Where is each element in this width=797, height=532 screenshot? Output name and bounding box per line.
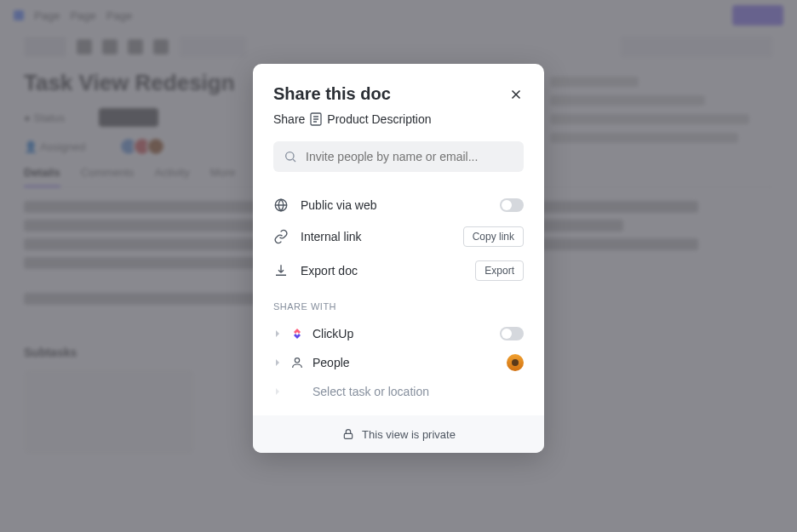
breadcrumb-label: Share [273,112,305,126]
export-label: Export doc [301,264,463,277]
share-with-section-label: SHARE WITH [273,301,524,312]
breadcrumb-doc-name: Product Description [327,112,431,126]
select-task-row[interactable]: Select task or location [273,378,524,405]
public-toggle[interactable] [500,198,524,212]
invite-input[interactable] [306,150,513,163]
globe-icon [273,197,289,213]
document-icon [310,112,322,126]
close-icon[interactable] [508,87,524,102]
public-web-label: Public via web [301,198,488,212]
share-clickup-row[interactable]: ClickUp [273,320,524,347]
public-web-row: Public via web [273,191,524,220]
breadcrumb: Share Product Description [273,112,524,126]
person-icon [290,356,304,369]
avatar[interactable] [507,354,524,371]
copy-link-button[interactable]: Copy link [463,226,524,247]
clickup-toggle[interactable] [500,327,524,340]
export-button[interactable]: Export [475,260,524,281]
share-people-label: People [312,356,498,369]
modal-footer: This view is private [253,415,544,453]
share-modal: Share this doc Share Product Description… [253,64,544,453]
modal-title: Share this doc [273,84,391,104]
svg-rect-4 [344,433,352,438]
lock-icon [341,427,355,441]
internal-link-label: Internal link [301,230,451,243]
privacy-status-text: This view is private [362,428,456,441]
search-icon [284,150,297,163]
link-icon [273,229,289,244]
chevron-right-icon [273,387,282,396]
share-clickup-label: ClickUp [312,327,491,340]
select-task-label: Select task or location [312,385,429,398]
svg-point-1 [286,152,294,160]
chevron-right-icon [273,329,282,338]
chevron-right-icon [273,358,282,367]
internal-link-row: Internal link Copy link [273,220,524,254]
download-icon [273,263,289,278]
clickup-icon [290,327,304,340]
modal-overlay[interactable]: Share this doc Share Product Description… [0,0,797,532]
svg-point-3 [295,358,299,363]
export-row: Export doc Export [273,254,524,288]
invite-search[interactable] [273,141,524,172]
share-people-row[interactable]: People [273,347,524,378]
